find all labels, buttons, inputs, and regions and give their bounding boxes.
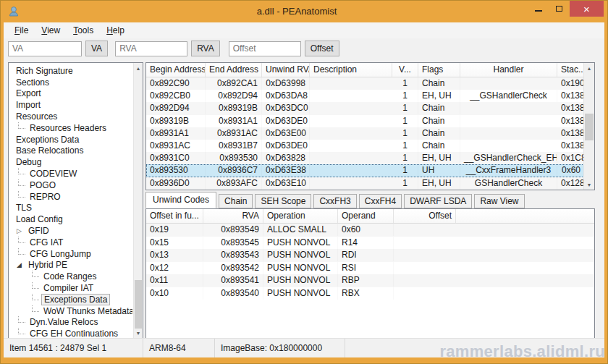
table-row[interactable]: 0x150x893545PUSH NONVOLR14 [146, 237, 594, 250]
tree-item-cfg-eh-continuations[interactable]: CFG EH Continuations [9, 328, 132, 337]
table-row[interactable]: 0x892C900x892CA10xD639981Chain0x190 [146, 77, 584, 90]
tree-item-tls[interactable]: TLS [9, 203, 132, 214]
tree-item-label: Debug [14, 157, 43, 167]
tree-item-cfg-longjump[interactable]: CFG LongJump [9, 248, 132, 260]
table-row[interactable]: 0x8935300x8936C70xD63E381UH__CxxFrameHan… [146, 164, 584, 177]
tree-item-pogo[interactable]: POGO [9, 179, 132, 191]
column-header-begin-address[interactable]: Begin Address [146, 63, 206, 77]
tree-item-exceptions-data[interactable]: Exceptions Data [9, 134, 132, 145]
maximize-button[interactable] [549, 1, 570, 17]
tab-dwarf-lsda[interactable]: DWARF LSDA [404, 194, 472, 208]
column-header-unwind-rva[interactable]: Unwind RVA [262, 63, 310, 77]
tree-item-repro[interactable]: REPRO [9, 191, 132, 203]
tree-item-rich-signature[interactable]: Rich Signature [9, 65, 132, 77]
tab-cxxfh3[interactable]: CxxFH3 [313, 194, 356, 208]
tree-item-label: CFG EH Continuations [28, 329, 120, 337]
table-row[interactable]: 0x130x893543PUSH NONVOLRDI [146, 249, 594, 262]
table-cell: UH [418, 164, 460, 177]
offset-input[interactable] [229, 41, 301, 56]
rva-button[interactable]: RVA [191, 41, 220, 56]
tree-item-gfid[interactable]: ▷GFID [9, 225, 132, 237]
table-row[interactable]: 0x100x893540PUSH NONVOLRBX [146, 287, 594, 300]
table-row[interactable]: 0x8931A10x8931AC0xD63E001Chain0x138 [146, 127, 584, 140]
table-cell: 0xD63E00 [262, 127, 310, 140]
tab-unwind-codes[interactable]: Unwind Codes [145, 192, 216, 208]
column-header-offset[interactable]: Offset [394, 209, 456, 223]
tree-item-debug[interactable]: Debug [9, 156, 132, 168]
tree-item-label: GFID [26, 226, 51, 236]
table-row[interactable]: 0x8931C00x8935300xD638281EH, UH__GSHandl… [146, 152, 584, 164]
column-header-stac[interactable]: Stac... [557, 63, 585, 77]
column-header-operation[interactable]: Operation [263, 209, 338, 223]
rva-input[interactable] [115, 41, 187, 56]
tab-raw-view[interactable]: Raw View [474, 194, 524, 208]
tab-seh-scope[interactable]: SEH Scope [255, 194, 311, 208]
tree-scrollbar[interactable]: ▲ ▼ [133, 63, 143, 338]
exceptions-table: Begin AddressEnd AddressUnwind RVADescri… [145, 62, 595, 190]
unwind-codes-panel: Offset in fu...RVAOperationOperandOffset… [145, 208, 595, 339]
va-input[interactable] [8, 41, 82, 56]
menu-item-file[interactable]: File [8, 23, 35, 38]
table-row[interactable]: 0x190x893549ALLOC SMALL0x60 [146, 224, 594, 237]
table-row[interactable]: 0x89319B0x8931A10xD63DE01Chain0x138 [146, 115, 584, 127]
detail-tabs: Unwind CodesChainSEH ScopeCxxFH3CxxFH4DW… [145, 192, 527, 208]
menu-item-help[interactable]: Help [100, 23, 131, 38]
tree-item-compiler-iat[interactable]: Compiler IAT [9, 282, 132, 294]
table-cell: Chain [418, 102, 460, 114]
table-cell: 0x893540 [203, 287, 263, 300]
tree-item-sections[interactable]: Sections [9, 77, 132, 88]
tree-item-load-config[interactable]: Load Config [9, 213, 132, 225]
tree-item-import[interactable]: Import [9, 99, 132, 111]
table-row[interactable]: 0x892D940x89319B0xD63DC01Chain0x138 [146, 102, 584, 114]
scroll-down-icon[interactable]: ▼ [134, 328, 143, 338]
collapse-icon[interactable]: ◢ [17, 261, 26, 268]
scroll-up-icon[interactable]: ▲ [584, 63, 594, 73]
status-text: Item 14561 : 24879 Sel 1 [9, 343, 106, 353]
scroll-down-icon[interactable]: ▼ [584, 179, 594, 190]
expand-icon[interactable]: ▷ [17, 227, 26, 234]
tree-item-exceptions-data[interactable]: Exceptions Data [9, 294, 132, 305]
column-header-description[interactable]: Description [310, 63, 392, 77]
close-button[interactable]: × [570, 1, 604, 17]
tree-item-hybrid-pe[interactable]: ◢Hybrid PE [9, 260, 132, 271]
table-scrollbar[interactable]: ▲ ▼ [583, 63, 594, 190]
status-text: ARM8-64 [149, 343, 186, 353]
table-cell: 0x892D94 [206, 90, 262, 102]
tree-item-wow-thunks-metadata[interactable]: WoW Thunks Metadata [9, 305, 132, 317]
column-header-rva[interactable]: RVA [203, 209, 263, 223]
tab-cxxfh4[interactable]: CxxFH4 [359, 194, 402, 208]
tree-item-resources[interactable]: Resources [9, 111, 132, 122]
menu-item-view[interactable]: View [35, 23, 67, 38]
menu-item-tools[interactable]: Tools [67, 23, 100, 38]
tab-chain[interactable]: Chain [219, 194, 253, 208]
table-row[interactable]: 0x110x893541PUSH NONVOLRBP [146, 274, 594, 287]
tree-item-code-ranges[interactable]: Code Ranges [9, 271, 132, 282]
tree-item-cfg-iat[interactable]: CFG IAT [9, 237, 132, 248]
main-pane: Begin AddressEnd AddressUnwind RVADescri… [145, 62, 595, 339]
column-header-flags[interactable]: Flags [418, 63, 460, 77]
table-row[interactable]: 0x892CB00x892D940xD63DA81EH, UH__GSHandl… [146, 90, 584, 102]
table-row[interactable]: 0x8931AC0x8931B70xD63DE01Chain0x138 [146, 140, 584, 152]
tree-item-base-relocations[interactable]: Base Relocations [9, 145, 132, 157]
tree-item-label: REPRO [28, 192, 63, 202]
scroll-up-icon[interactable]: ▲ [134, 63, 143, 73]
table-cell: 1 [392, 77, 418, 90]
tree-item-codeview[interactable]: CODEVIEW [9, 168, 132, 179]
va-button[interactable]: VA [85, 41, 108, 56]
column-header-v[interactable]: V... [392, 63, 418, 77]
minimize-button[interactable] [528, 1, 549, 17]
tree-item-dyn-value-relocs[interactable]: Dyn.Value Relocs [9, 317, 132, 329]
offset-button[interactable]: Offset [305, 41, 339, 56]
tree-item-label: Import [14, 100, 43, 110]
column-header-handler[interactable]: Handler [460, 63, 557, 77]
table-row[interactable]: 0x8936D00x893AFC0xD63E101EH, UHGSHandler… [146, 177, 584, 190]
column-header-offset-in-fu[interactable]: Offset in fu... [146, 209, 203, 223]
table-row[interactable]: 0x120x893542PUSH NONVOLRSI [146, 262, 594, 275]
tree-scrollbar-thumb[interactable] [135, 280, 142, 329]
table-scrollbar-thumb[interactable] [585, 114, 594, 140]
tree-item-export[interactable]: Export [9, 88, 132, 100]
tree-item-resources-headers[interactable]: Resources Headers [9, 122, 132, 134]
table-cell: 0x893541 [203, 274, 263, 287]
column-header-end-address[interactable]: End Address [206, 63, 262, 77]
column-header-operand[interactable]: Operand [338, 209, 394, 223]
